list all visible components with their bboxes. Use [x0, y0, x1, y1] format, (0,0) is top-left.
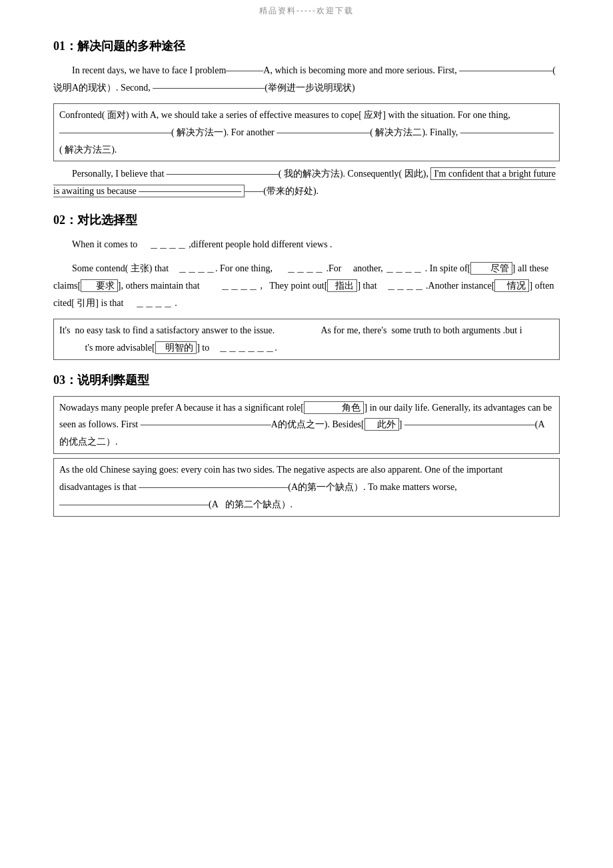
section-01-para-1: In recent days, we have to face I proble… — [53, 62, 560, 97]
section-02-para-1: When it comes to ＿＿＿＿ ,different people … — [53, 236, 560, 253]
section-03-para-1: Nowadays many people prefer A because it… — [53, 396, 560, 455]
section-01-para-3: Personally, I believe that ————————————(… — [53, 165, 560, 200]
page-content: 01：解决问题的多种途径 In recent days, we have to … — [0, 19, 613, 547]
claims-box: 要求 — [81, 279, 118, 292]
highlight-confident: I'm confident that a bright future is aw… — [53, 167, 556, 197]
besides-box: 此外 — [364, 418, 399, 431]
role-box: 角色 — [304, 401, 364, 414]
section-03-para-2: As the old Chinese saying goes: every co… — [53, 458, 560, 517]
point-out-box: 指出 — [327, 279, 357, 292]
section-03-title: 03：说明利弊题型 — [53, 372, 560, 388]
section-02-para-3: It's no easy task to find a satisfactory… — [53, 319, 560, 360]
spite-box: 尽管 — [470, 262, 512, 275]
watermark: 精品资料-----欢迎下载 — [0, 0, 613, 19]
instance-box: 情况 — [494, 279, 529, 292]
section-02: 02：对比选择型 When it comes to ＿＿＿＿ ,differen… — [53, 212, 560, 359]
advisable-box: 明智的 — [155, 341, 197, 354]
section-01: 01：解决问题的多种途径 In recent days, we have to … — [53, 38, 560, 200]
section-02-title: 02：对比选择型 — [53, 212, 560, 228]
section-02-para-2: Some contend( 主张) that ＿＿＿＿. For one thi… — [53, 260, 560, 312]
section-01-para-2: Confronted( 面对) with A, we should take a… — [53, 103, 560, 162]
section-03: 03：说明利弊题型 Nowadays many people prefer A … — [53, 372, 560, 517]
section-01-title: 01：解决问题的多种途径 — [53, 38, 560, 54]
